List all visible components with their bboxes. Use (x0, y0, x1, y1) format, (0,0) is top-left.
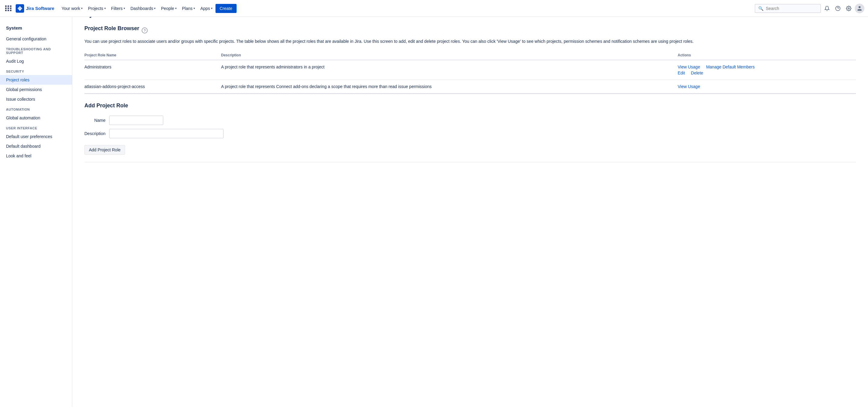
nav-projects[interactable]: Projects ▾ (86, 4, 108, 13)
section-title: Project Role Browser (84, 25, 139, 32)
table-row: Administrators A project role that repre… (84, 60, 856, 80)
sidebar-title: System (0, 23, 72, 34)
sidebar-section-automation: AUTOMATION (0, 104, 72, 113)
search-input[interactable] (766, 6, 817, 11)
form-actions: Add Project Role (84, 145, 856, 155)
create-button[interactable]: Create (216, 4, 237, 13)
topnav-right: 🔍 (755, 4, 864, 13)
role-actions-addons: View Usage (678, 80, 856, 93)
grid-menu-icon[interactable] (4, 4, 13, 13)
chevron-down-icon: ▾ (124, 7, 125, 10)
help-icon[interactable]: ? (142, 27, 148, 33)
sidebar: System General configuration TROUBLESHOO… (0, 17, 72, 172)
sidebar-item-audit-log[interactable]: Audit Log (0, 56, 72, 66)
nav-plans[interactable]: Plans ▾ (180, 4, 197, 13)
nav-people[interactable]: People ▾ (158, 4, 179, 13)
sidebar-item-global-automation[interactable]: Global automation (0, 113, 72, 123)
sidebar-section-user-interface: USER INTERFACE (0, 123, 72, 132)
avatar[interactable] (855, 4, 864, 13)
edit-administrators[interactable]: Edit (678, 70, 685, 75)
chevron-down-icon: ▾ (81, 7, 83, 10)
role-name-administrators: Administrators (84, 60, 221, 80)
chevron-down-icon: ▾ (154, 7, 156, 10)
view-usage-administrators[interactable]: View Usage (678, 64, 700, 69)
col-description: Description (221, 51, 678, 60)
nav-dashboards[interactable]: Dashboards ▾ (128, 4, 158, 13)
view-usage-addons[interactable]: View Usage (678, 84, 700, 89)
sidebar-item-global-permissions[interactable]: Global permissions (0, 85, 72, 94)
name-label: Name (84, 114, 109, 127)
main-content: System 🔍 Search Jira admin Project Role … (72, 0, 868, 172)
notifications-button[interactable] (822, 4, 832, 13)
table-row: atlassian-addons-project-access A projec… (84, 80, 856, 93)
sidebar-item-look-and-feel[interactable]: Look and feel (0, 151, 72, 161)
add-section-divider (84, 93, 856, 94)
add-role-form: Name Description (84, 114, 227, 140)
chevron-down-icon: ▾ (104, 7, 106, 10)
sidebar-item-issue-collectors[interactable]: Issue collectors (0, 94, 72, 104)
settings-button[interactable] (844, 4, 854, 13)
search-box[interactable]: 🔍 (755, 4, 821, 13)
name-input[interactable] (109, 116, 163, 125)
manage-default-members-administrators[interactable]: Manage Default Members (706, 64, 755, 69)
svg-point-2 (848, 7, 849, 9)
top-navigation: Jira Software Your work ▾ Projects ▾ Fil… (0, 0, 868, 17)
sidebar-item-default-dashboard[interactable]: Default dashboard (0, 142, 72, 151)
description-input[interactable] (109, 129, 224, 138)
sidebar-section-security: SECURITY (0, 66, 72, 75)
sidebar-item-general-configuration[interactable]: General configuration (0, 34, 72, 44)
role-description-addons: A project role that represents Connect a… (221, 80, 678, 93)
col-project-role-name: Project Role Name (84, 51, 221, 60)
sidebar-item-project-roles[interactable]: Project roles (0, 75, 72, 85)
nav-apps[interactable]: Apps ▾ (198, 4, 215, 13)
chevron-down-icon: ▾ (211, 7, 213, 10)
sidebar-section-troubleshooting: TROUBLESHOOTING AND SUPPORT (0, 44, 72, 56)
section-description: You can use project roles to associate u… (84, 38, 856, 44)
role-description-administrators: A project role that represents administr… (221, 60, 678, 80)
search-icon: 🔍 (758, 6, 764, 11)
project-roles-table: Project Role Name Description Actions Ad… (84, 51, 856, 93)
role-actions-administrators: View Usage Manage Default Members Edit D… (678, 60, 856, 80)
chevron-down-icon: ▾ (175, 7, 177, 10)
nav-your-work[interactable]: Your work ▾ (59, 4, 85, 13)
role-name-addons: atlassian-addons-project-access (84, 80, 221, 93)
col-actions: Actions (678, 51, 856, 60)
add-section-title: Add Project Role (84, 102, 856, 109)
description-label: Description (84, 127, 109, 140)
logo-text: Jira Software (26, 6, 54, 11)
add-project-role-button[interactable]: Add Project Role (84, 145, 125, 155)
help-button[interactable] (833, 4, 843, 13)
sidebar-item-default-user-preferences[interactable]: Default user preferences (0, 132, 72, 142)
delete-administrators[interactable]: Delete (691, 70, 703, 75)
nav-filters[interactable]: Filters ▾ (109, 4, 127, 13)
main-navigation: Your work ▾ Projects ▾ Filters ▾ Dashboa… (59, 4, 753, 13)
chevron-down-icon: ▾ (193, 7, 195, 10)
jira-logo[interactable]: Jira Software (16, 4, 54, 13)
